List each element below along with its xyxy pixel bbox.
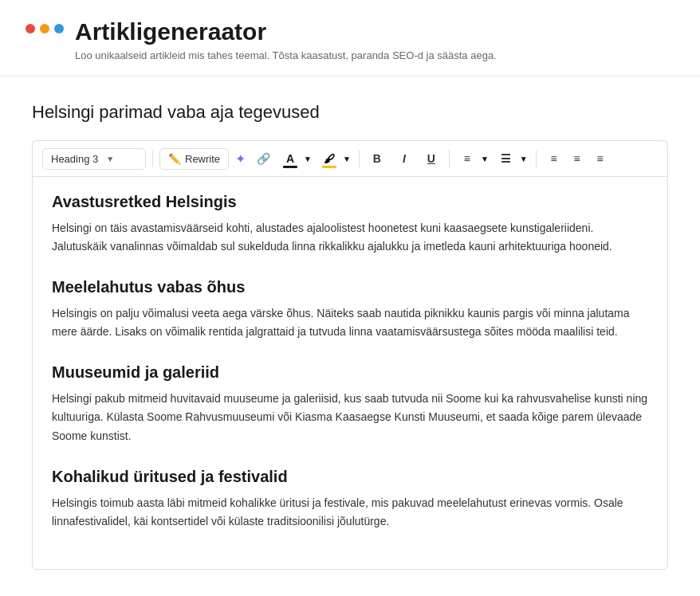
dot-blue [54,24,64,33]
highlight-button[interactable]: 🖌 [318,147,340,170]
numbered-list-button[interactable]: ☰ [495,147,517,170]
toolbar-divider-1 [152,150,153,167]
link-button[interactable]: 🔗 [252,147,274,170]
text-color-bar [283,166,297,168]
bullet-list-dropdown[interactable]: ▼ [479,153,490,165]
align-center-icon: ≡ [574,152,580,165]
bullet-list-group: ≡ ▼ [456,147,490,170]
toolbar-divider-4 [536,150,537,167]
dot-red [26,24,35,33]
align-left-icon: ≡ [551,152,557,165]
chevron-down-icon: ▼ [106,155,114,163]
rewrite-button[interactable]: ✏️ Rewrite [159,148,229,170]
section-2: Meelelahutus vabas õhus Helsingis on pal… [52,278,648,341]
editor-toolbar: Heading 3 ▼ ✏️ Rewrite ✦ 🔗 A ▼ [32,140,668,176]
heading-select-label: Heading 3 [51,153,98,165]
align-right-icon: ≡ [597,152,604,165]
section-4: Kohalikud üritused ja festivalid Helsing… [52,468,648,531]
text-color-button[interactable]: A [279,147,301,170]
article-title: Helsingi parimad vaba aja tegevused [32,102,668,123]
rewrite-label: Rewrite [185,153,220,165]
logo-dots [26,24,64,33]
app-title: Artikligeneraator [75,18,497,46]
section-3-heading: Muuseumid ja galeriid [52,363,648,382]
numbered-list-group: ☰ ▼ [495,147,529,170]
numbered-list-icon: ☰ [501,152,511,165]
section-4-body: Helsingis toimub aasta läbi mitmeid koha… [52,494,648,531]
highlight-dropdown[interactable]: ▼ [341,153,352,165]
title-block: Artikligeneraator Loo unikaalseid artikl… [75,18,497,61]
section-1-heading: Avastusretked Helsingis [52,193,648,211]
section-3: Muuseumid ja galeriid Helsingi pakub mit… [52,363,648,445]
text-color-group: A ▼ [279,147,313,170]
italic-label: I [403,152,406,165]
highlight-bar [322,166,336,168]
chevron-down-icon: ▼ [304,155,312,163]
heading-select[interactable]: Heading 3 ▼ [42,148,146,170]
chevron-down-icon: ▼ [520,155,528,163]
sparkle-button[interactable]: ✦ [234,151,247,167]
underline-button[interactable]: U [420,147,442,170]
align-center-button[interactable]: ≡ [566,147,588,170]
section-1-body: Helsingi on täis avastamisväärseid kohti… [52,219,648,256]
bold-label: B [373,152,381,165]
chevron-down-icon: ▼ [481,155,489,163]
toolbar-divider-3 [449,150,450,167]
chevron-down-icon: ▼ [343,155,351,163]
dot-yellow [40,24,49,33]
align-right-button[interactable]: ≡ [589,147,612,170]
editor-area[interactable]: Avastusretked Helsingis Helsingi on täis… [32,176,668,570]
bold-button[interactable]: B [366,147,388,170]
align-left-button[interactable]: ≡ [543,147,565,170]
app-subtitle: Loo unikaalseid artikleid mis tahes teem… [75,49,497,61]
alignment-group: ≡ ≡ ≡ [543,147,612,170]
highlight-icon: 🖌 [324,152,335,165]
main-content: Helsingi parimad vaba aja tegevused Head… [0,76,700,570]
underline-label: U [427,152,435,165]
link-icon: 🔗 [257,152,270,165]
numbered-list-dropdown[interactable]: ▼ [518,153,529,165]
section-3-body: Helsingi pakub mitmeid huvitavaid muuseu… [52,390,648,445]
section-2-heading: Meelelahutus vabas õhus [52,278,648,296]
section-4-heading: Kohalikud üritused ja festivalid [52,468,648,486]
pencil-icon: ✏️ [168,153,181,165]
toolbar-divider-2 [359,150,360,167]
bullet-list-button[interactable]: ≡ [456,147,478,170]
section-1: Avastusretked Helsingis Helsingi on täis… [52,193,648,256]
highlight-color-group: 🖌 ▼ [318,147,352,170]
bullet-list-icon: ≡ [464,152,470,165]
italic-button[interactable]: I [393,147,415,170]
section-2-body: Helsingis on palju võimalusi veeta aega … [52,304,648,341]
text-color-dropdown[interactable]: ▼ [302,153,313,165]
app-header: Artikligeneraator Loo unikaalseid artikl… [0,0,700,76]
